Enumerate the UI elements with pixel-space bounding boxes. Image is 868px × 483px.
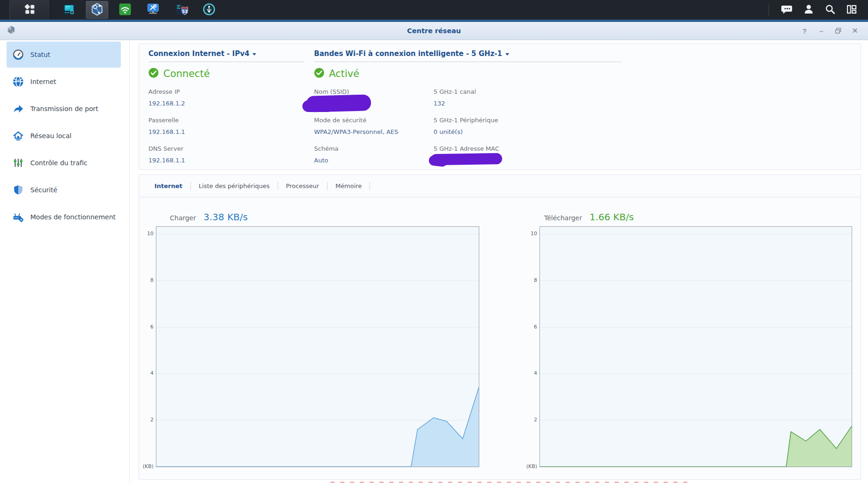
sidebar-item-label: Contrôle du trafic <box>30 159 87 167</box>
help-button[interactable]: ? <box>798 25 811 37</box>
broadcast-antenna-app[interactable] <box>198 1 220 19</box>
connection-status: Connecté <box>148 67 313 81</box>
field-label: Schéma <box>314 145 434 153</box>
section-divider <box>148 62 304 62</box>
section-title: Connexion Internet - IPv4 <box>148 49 249 59</box>
sidebar-item-label: Transmission de port <box>30 105 98 113</box>
field-schema: Schéma Auto <box>314 145 434 165</box>
sidebar: Statut Internet <box>0 40 130 483</box>
check-circle-icon <box>148 68 159 80</box>
network-center-app[interactable] <box>86 1 108 19</box>
forward-arrow-icon <box>12 103 24 115</box>
field-adresse-ip: Adresse IP 192.168.1.2 <box>148 88 313 108</box>
tab-liste-des-peripheriques[interactable]: Liste des périphériques <box>191 175 278 197</box>
internet-connection-selector[interactable]: Connexion Internet - IPv4 <box>148 49 256 59</box>
close-button[interactable]: ✕ <box>848 25 861 37</box>
broadcast-antenna-icon <box>202 2 216 18</box>
sidebar-item-label: Statut <box>30 50 50 59</box>
sidebar-item-label: Modes de fonctionnement <box>30 213 116 221</box>
tab-processeur[interactable]: Processeur <box>278 175 327 197</box>
router-gear-icon <box>12 211 24 223</box>
sidebar-item-label: Sécurité <box>30 186 57 194</box>
field-label: 5 GHz-1 Périphérique <box>434 116 851 125</box>
chat-button[interactable] <box>778 1 796 19</box>
wifi-icon <box>118 2 132 18</box>
y-axis-tick: 2 <box>140 417 154 423</box>
y-axis-tick: 4 <box>524 370 537 377</box>
sidebar-item-securite[interactable]: Sécurité <box>7 177 121 203</box>
y-axis-unit: (KB) <box>136 463 154 470</box>
sidebar-item-reseau-local[interactable]: Réseau local <box>7 123 121 149</box>
section-title: Bandes Wi-Fi à connexion intelligente - … <box>314 49 502 59</box>
field-dns-server: DNS Server 192.168.1.1 <box>148 145 313 165</box>
network-center-window-icon <box>7 25 16 36</box>
status-text: Activé <box>329 68 359 79</box>
field-peripherique: 5 GHz-1 Périphérique 0 unité(s) <box>434 116 851 136</box>
route-53-server-app[interactable]: 53 <box>170 1 192 19</box>
internet-connection-section: Connexion Internet - IPv4 Conn <box>148 49 313 173</box>
field-label: Adresse IP <box>148 88 313 96</box>
y-axis-tick: 8 <box>140 277 154 284</box>
router-device-app[interactable] <box>58 1 80 19</box>
wifi-section: Bandes Wi-Fi à connexion intelligente - … <box>314 49 851 173</box>
router-device-icon <box>62 2 76 18</box>
monitor-panel: Internet Liste des périphériques Process… <box>139 175 861 480</box>
upload-series <box>156 227 479 467</box>
check-circle-icon <box>314 68 324 80</box>
sidebar-item-transmission-de-port[interactable]: Transmission de port <box>7 96 121 122</box>
sidebar-item-label: Internet <box>30 77 56 86</box>
y-axis-tick: 10 <box>524 231 537 237</box>
sidebar-item-modes-de-fonctionnement[interactable]: Modes de fonctionnement <box>7 204 121 230</box>
tab-internet[interactable]: Internet <box>147 175 190 197</box>
download-plot: 108642(KB) <box>539 226 852 467</box>
download-current-value: 1.66 KB/s <box>589 211 634 223</box>
wifi-fields: Nom (SSID) Mode de sécurité WPA2/WPA3-Pe… <box>314 81 851 173</box>
y-axis-tick: 6 <box>140 324 154 330</box>
widgets-icon <box>846 3 858 17</box>
network-center-window: Centre réseau ? – ✕ <box>0 20 868 483</box>
sidebar-item-statut[interactable]: Statut <box>7 42 121 68</box>
globe-icon <box>12 76 24 88</box>
field-value: Auto <box>314 156 434 165</box>
field-value: 192.168.1.2 <box>148 99 313 108</box>
field-value: 0 unité(s) <box>434 128 851 136</box>
download-chart-header: Télécharger 1.66 KB/s <box>544 211 634 223</box>
status-panel: Connexion Internet - IPv4 Conn <box>139 43 861 170</box>
y-axis-tick: 6 <box>524 324 537 330</box>
minimize-button[interactable]: – <box>815 25 828 37</box>
upload-chart-header: Charger 3.38 KB/s <box>170 211 248 223</box>
user-button[interactable] <box>800 1 818 19</box>
support-tools-icon <box>146 2 160 18</box>
chevron-down-icon <box>505 53 509 56</box>
wifi-app[interactable] <box>114 1 136 19</box>
y-axis-tick: 4 <box>140 370 154 377</box>
download-label: Télécharger <box>544 214 582 222</box>
sidebar-item-internet[interactable]: Internet <box>7 69 121 95</box>
sidebar-item-label: Réseau local <box>30 132 71 140</box>
chevron-down-icon <box>252 53 256 56</box>
download-series <box>540 227 852 467</box>
y-axis-tick: 10 <box>140 231 154 237</box>
field-value: 132 <box>434 99 851 108</box>
internet-fields: Adresse IP 192.168.1.2 Passerelle 192.16… <box>148 88 313 165</box>
support-tools-app[interactable] <box>142 1 164 19</box>
tab-memoire[interactable]: Mémoire <box>328 175 370 197</box>
field-canal: 5 GHz-1 canal 132 <box>434 88 851 108</box>
maximize-button[interactable] <box>832 25 845 37</box>
wifi-band-selector[interactable]: Bandes Wi-Fi à connexion intelligente - … <box>314 49 509 59</box>
section-divider <box>314 62 622 62</box>
monitor-tabs: Internet Liste des périphériques Process… <box>139 175 861 197</box>
sidebar-item-controle-du-trafic[interactable]: Contrôle du trafic <box>7 150 121 176</box>
field-label: Mode de sécurité <box>314 116 434 125</box>
window-title: Centre réseau <box>0 27 868 35</box>
widgets-button[interactable] <box>843 1 861 19</box>
upload-plot: 108642(KB) <box>156 226 479 467</box>
tab-divider <box>370 182 370 190</box>
main-menu-icon <box>23 3 36 17</box>
main-menu-button[interactable] <box>9 0 50 20</box>
search-button[interactable] <box>821 1 839 19</box>
titlebar[interactable]: Centre réseau ? – ✕ <box>0 22 868 40</box>
network-center-icon <box>90 2 104 18</box>
field-label: Nom (SSID) <box>314 88 434 96</box>
user-icon <box>803 3 815 17</box>
